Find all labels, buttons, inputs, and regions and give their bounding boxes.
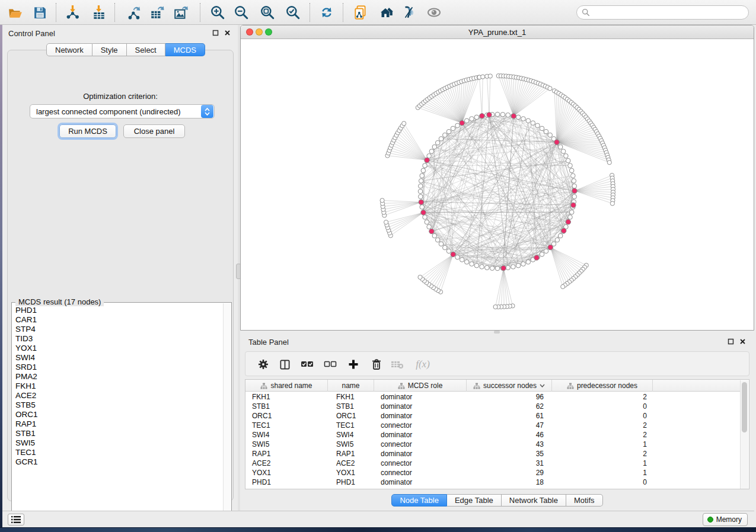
table-row[interactable]: YOX1YOX1connector291	[245, 468, 741, 477]
column-header-predecessor-nodes[interactable]: predecessor nodes	[552, 380, 653, 392]
add-column-icon[interactable]	[346, 357, 361, 372]
export-table-icon[interactable]	[149, 4, 165, 21]
run-mcds-button[interactable]: Run MCDS	[59, 124, 116, 138]
table-cell[interactable]: YOX1	[245, 468, 328, 477]
table-scrollbar[interactable]	[740, 380, 748, 489]
export-network-icon[interactable]	[126, 4, 143, 21]
table-cell[interactable]: RAP1	[245, 449, 328, 459]
table-cell[interactable]: PHD1	[245, 477, 328, 487]
tab-style[interactable]: Style	[92, 43, 127, 56]
mcds-result-item[interactable]: GCR1	[15, 457, 224, 467]
table-cell[interactable]: TEC1	[328, 421, 374, 430]
mcds-result-list[interactable]: PHD1CAR1STP4TID3YOX1SWI4SRD1PMA2FKH1ACE2…	[12, 305, 224, 521]
import-network-icon[interactable]	[65, 4, 81, 21]
table-cell[interactable]: 96	[467, 392, 552, 402]
table-cell[interactable]: 2	[552, 392, 653, 402]
tab-network[interactable]: Network	[46, 43, 92, 56]
table-cell[interactable]: ACE2	[245, 459, 328, 468]
table-row[interactable]: RAP1RAP1dominator352	[245, 449, 741, 459]
table-cell[interactable]: ORC1	[245, 411, 328, 421]
network-view[interactable]	[241, 39, 754, 331]
tab-select[interactable]: Select	[127, 43, 165, 56]
mcds-list-scrollbar[interactable]	[223, 303, 231, 521]
tab-mcds[interactable]: MCDS	[165, 43, 205, 56]
eye-icon[interactable]	[426, 4, 442, 21]
clone-network-icon[interactable]	[352, 4, 369, 21]
table-cell[interactable]: SWI4	[245, 430, 328, 440]
table-cell[interactable]: connector	[374, 440, 467, 449]
table-row[interactable]: TEC1TEC1connector472	[245, 421, 741, 430]
delete-column-icon[interactable]	[369, 357, 384, 372]
column-header-mcds-role[interactable]: MCDS role	[374, 380, 467, 392]
mcds-result-item[interactable]: SWI4	[15, 353, 224, 363]
table-cell[interactable]: ORC1	[328, 411, 374, 421]
table-cell[interactable]: dominator	[374, 411, 467, 421]
table-cell[interactable]: 62	[467, 402, 552, 411]
table-cell[interactable]: dominator	[374, 477, 467, 487]
table-cell[interactable]: FKH1	[245, 392, 328, 402]
mcds-result-item[interactable]: SRD1	[15, 363, 224, 372]
mcds-result-item[interactable]: TID3	[15, 334, 224, 344]
deselect-all-icon[interactable]	[323, 357, 338, 372]
mcds-result-item[interactable]: FKH1	[15, 382, 224, 391]
table-cell[interactable]: ACE2	[328, 459, 374, 468]
table-cell[interactable]: dominator	[374, 402, 467, 411]
zoom-selected-icon[interactable]	[285, 4, 301, 21]
table-cell[interactable]: connector	[374, 421, 467, 430]
tab-motifs[interactable]: Motifs	[566, 494, 603, 507]
table-row[interactable]: STB1STB1dominator620	[245, 402, 741, 411]
float-panel-icon[interactable]	[212, 30, 219, 36]
table-cell[interactable]: 43	[467, 440, 552, 449]
table-cell[interactable]: connector	[374, 468, 467, 477]
table-cell[interactable]: 61	[467, 411, 552, 421]
mcds-result-item[interactable]: ACE2	[15, 391, 224, 400]
table-cell[interactable]: dominator	[374, 392, 467, 402]
table-cell[interactable]: SWI5	[328, 440, 374, 449]
zoom-in-icon[interactable]	[209, 4, 226, 21]
first-neighbors-icon[interactable]	[377, 4, 394, 21]
table-cell[interactable]: RAP1	[328, 449, 374, 459]
mcds-result-item[interactable]: PHD1	[15, 306, 224, 315]
table-settings-gear-icon[interactable]	[256, 357, 271, 372]
table-row[interactable]: FKH1FKH1dominator962	[245, 392, 741, 402]
task-history-button[interactable]	[8, 514, 24, 525]
open-folder-icon[interactable]	[7, 4, 24, 21]
mcds-result-item[interactable]: CAR1	[15, 315, 224, 325]
mcds-result-item[interactable]: YOX1	[15, 344, 224, 353]
table-cell[interactable]: 2	[552, 421, 653, 430]
import-table-icon[interactable]	[91, 4, 107, 21]
show-columns-icon[interactable]	[277, 357, 292, 372]
table-row[interactable]: ORC1ORC1dominator610	[245, 411, 741, 421]
save-icon[interactable]	[31, 4, 48, 21]
network-graph[interactable]	[241, 39, 754, 331]
table-cell[interactable]: 29	[467, 468, 552, 477]
table-cell[interactable]: 18	[467, 477, 552, 487]
table-cell[interactable]: 46	[467, 430, 552, 440]
table-cell[interactable]: SWI5	[245, 440, 328, 449]
tab-network-table[interactable]: Network Table	[502, 494, 566, 507]
table-row[interactable]: ACE2ACE2connector311	[245, 459, 741, 468]
table-cell[interactable]: dominator	[374, 449, 467, 459]
mcds-result-item[interactable]: RAP1	[15, 419, 224, 429]
hide-selected-icon[interactable]	[401, 4, 417, 21]
mcds-result-item[interactable]: STP4	[15, 325, 224, 334]
table-cell[interactable]: FKH1	[328, 392, 374, 402]
table-cell[interactable]: PHD1	[328, 477, 374, 487]
table-cell[interactable]: YOX1	[328, 468, 374, 477]
table-cell[interactable]: 1	[552, 468, 653, 477]
refresh-icon[interactable]	[318, 4, 335, 21]
close-panel-icon[interactable]	[739, 338, 746, 345]
export-image-icon[interactable]	[173, 4, 189, 21]
table-row[interactable]: SWI4SWI4dominator462	[245, 430, 741, 440]
table-cell[interactable]: 31	[467, 459, 552, 468]
mcds-result-item[interactable]: SWI5	[15, 438, 224, 448]
memory-button[interactable]: Memory	[703, 513, 748, 526]
table-cell[interactable]: STB1	[328, 402, 374, 411]
column-header-successor-nodes[interactable]: successor nodes	[467, 380, 552, 392]
zoom-fit-icon[interactable]	[259, 4, 276, 21]
close-panel-button[interactable]: Close panel	[123, 124, 185, 138]
table-cell[interactable]: 1	[552, 440, 653, 449]
table-cell[interactable]: 0	[552, 477, 653, 487]
table-scrollbar-thumb[interactable]	[742, 382, 747, 432]
tab-node-table[interactable]: Node Table	[391, 494, 447, 507]
